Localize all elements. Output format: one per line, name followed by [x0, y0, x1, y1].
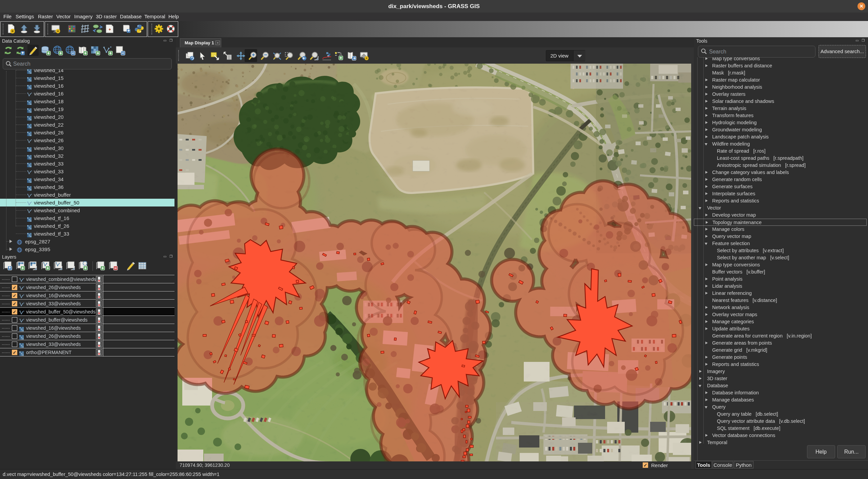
svg-text:A: A	[339, 52, 342, 56]
